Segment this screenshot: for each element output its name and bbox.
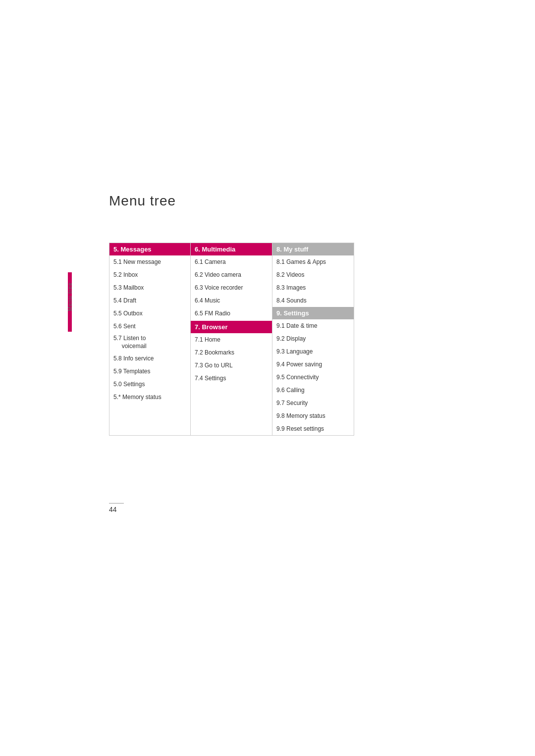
list-item: 8.4 Sounds	[272, 294, 354, 307]
list-item: 8.3 Images	[272, 281, 354, 294]
list-item: 9.5 Connectivity	[272, 371, 354, 384]
list-item: 9.9 Reset settings	[272, 422, 354, 435]
list-item: 5.3 Mailbox	[109, 281, 190, 294]
settings-header: 9. Settings	[272, 307, 354, 319]
page-title: Menu tree	[109, 193, 176, 209]
multimedia-column: 6. Multimedia 6.1 Camera 6.2 Video camer…	[191, 243, 272, 436]
list-item: 7.4 Settings	[191, 372, 272, 385]
messages-column: 5. Messages 5.1 New message 5.2 Inbox 5.…	[109, 243, 191, 436]
list-item: 8.1 Games & Apps	[272, 255, 354, 268]
list-item: 5.2 Inbox	[109, 268, 190, 281]
list-item: 9.1 Date & time	[272, 319, 354, 332]
side-tab: Menu tree	[64, 243, 75, 500]
list-item: 5.4 Draft	[109, 294, 190, 307]
list-item: 9.8 Memory status	[272, 409, 354, 422]
list-item: 5.6 Sent	[109, 320, 190, 333]
list-item: 9.2 Display	[272, 332, 354, 345]
list-item: 7.3 Go to URL	[191, 359, 272, 372]
list-item: 9.7 Security	[272, 397, 354, 409]
list-item: 9.3 Language	[272, 345, 354, 358]
my-stuff-header: 8. My stuff	[272, 243, 354, 255]
list-item: 5.7 Listen to voicemail	[109, 333, 190, 352]
list-item: 7.1 Home	[191, 333, 272, 346]
list-item: 5.0 Settings	[109, 378, 190, 391]
page-number: 44	[109, 505, 117, 513]
list-item: 6.3 Voice recorder	[191, 281, 272, 294]
list-item: 5.* Memory status	[109, 391, 190, 403]
browser-header: 7. Browser	[191, 321, 272, 333]
list-item: 6.4 Music	[191, 294, 272, 307]
list-item: 5.1 New message	[109, 255, 190, 268]
list-item: 5.5 Outbox	[109, 307, 190, 320]
page-divider	[109, 503, 124, 504]
list-item: 7.2 Bookmarks	[191, 346, 272, 359]
list-item: 6.2 Video camera	[191, 268, 272, 281]
list-item: 6.1 Camera	[191, 255, 272, 268]
multimedia-header: 6. Multimedia	[191, 243, 272, 255]
list-item: 5.9 Templates	[109, 365, 190, 378]
menu-tree-container: 5. Messages 5.1 New message 5.2 Inbox 5.…	[109, 243, 354, 436]
list-item: 5.8 Info service	[109, 352, 190, 365]
messages-header: 5. Messages	[109, 243, 190, 255]
list-item: 6.5 FM Radio	[191, 307, 272, 320]
list-item: 9.4 Power saving	[272, 358, 354, 371]
side-tab-label: Menu tree	[67, 282, 73, 311]
my-stuff-column: 8. My stuff 8.1 Games & Apps 8.2 Videos …	[272, 243, 354, 436]
list-item: 8.2 Videos	[272, 268, 354, 281]
list-item: 9.6 Calling	[272, 384, 354, 397]
